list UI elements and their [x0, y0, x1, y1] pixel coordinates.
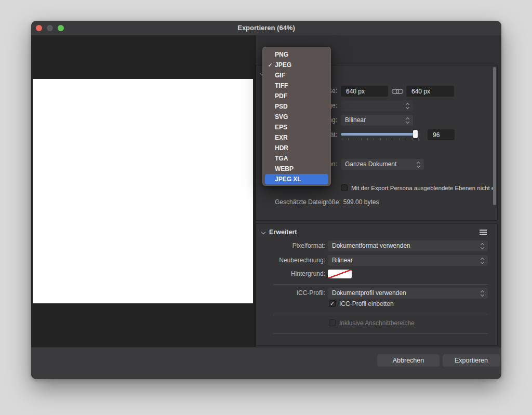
pixel-format-value: Dokumentformat verwenden — [332, 242, 410, 249]
chevron-down-icon — [261, 230, 266, 235]
menu-item-tga[interactable]: TGA — [265, 153, 328, 164]
background-label: Hintergrund: — [256, 269, 325, 279]
adv-resample-label: Neuberechnung: — [256, 255, 325, 266]
area-select[interactable]: Ganzes Dokument — [341, 159, 424, 170]
preview-pane — [31, 35, 256, 347]
advanced-header-label: Erweitert — [269, 229, 297, 236]
check-icon: ✓ — [267, 60, 274, 70]
footer-bar: Abbrechen Exportieren — [31, 347, 501, 379]
advanced-header[interactable]: Erweitert — [261, 229, 297, 236]
background-color-swatch[interactable] — [328, 270, 352, 278]
quality-value-input[interactable] — [428, 129, 455, 140]
icc-profile-label: ICC-Profil: — [256, 288, 325, 299]
hidden-layers-label: Mit der Export Persona ausgeblendete Ebe… — [351, 185, 496, 191]
chevron-up-down-icon — [481, 258, 485, 264]
divider — [273, 315, 488, 315]
preview-canvas — [33, 79, 253, 303]
menu-item-psd[interactable]: PSD — [265, 101, 328, 112]
menu-item-jpeg-xl[interactable]: JPEG XL — [265, 174, 328, 184]
menu-item-gif[interactable]: GIF — [265, 70, 328, 81]
menu-item-jpeg[interactable]: ✓JPEG — [265, 60, 328, 70]
slider-ticks — [342, 138, 419, 140]
chevron-up-down-icon — [481, 243, 485, 249]
icc-embed-checkbox[interactable]: ✓ — [329, 300, 336, 307]
slider-track[interactable] — [341, 133, 420, 136]
hidden-layers-row: Mit der Export Persona ausgeblendete Ebe… — [341, 184, 496, 192]
menu-item-svg[interactable]: SVG — [265, 112, 328, 122]
export-dialog: Exportieren (64%) Größe: Vorlage: — [31, 21, 501, 379]
chevron-up-down-icon — [406, 103, 410, 109]
resample-select[interactable]: Bilinear — [341, 115, 413, 126]
area-value: Ganzes Dokument — [345, 160, 396, 168]
icc-embed-label: ICC-Profil einbetten — [339, 300, 394, 307]
adv-resample-select[interactable]: Bilinear — [328, 255, 488, 266]
menu-item-pdf[interactable]: PDF — [265, 91, 328, 101]
bleed-checkbox — [329, 319, 336, 326]
bleed-label: Inklusive Anschnittbereiche — [339, 319, 415, 327]
menu-item-exr[interactable]: EXR — [265, 132, 328, 143]
panel-menu-icon[interactable] — [480, 230, 487, 231]
menu-item-webp[interactable]: WEBP — [265, 164, 328, 174]
quality-slider[interactable] — [341, 129, 420, 140]
format-dropdown-menu: PNG ✓JPEG GIF TIFF PDF PSD SVG EPS EXR H… — [262, 47, 331, 186]
titlebar[interactable]: Exportieren (64%) — [31, 21, 501, 36]
window-title: Exportieren (64%) — [31, 21, 501, 35]
pixel-format-select[interactable]: Dokumentformat verwenden — [328, 240, 488, 251]
scrollbar-thumb[interactable] — [493, 67, 496, 205]
estimated-size-value: 599.00 bytes — [343, 198, 379, 206]
link-dimensions-icon[interactable] — [391, 86, 404, 97]
advanced-panel: Erweitert Pixelformat: Dokumentformat ve… — [256, 223, 498, 346]
adv-resample-value: Bilinear — [332, 257, 353, 264]
icc-profile-value: Dokumentprofil verwenden — [332, 289, 406, 297]
preset-select[interactable] — [341, 100, 413, 111]
chevron-up-down-icon — [406, 117, 410, 124]
estimated-size: Geschätzte Dateigröße:599.00 bytes — [275, 197, 379, 208]
cancel-button[interactable]: Abbrechen — [377, 354, 440, 367]
hidden-layers-checkbox[interactable] — [341, 184, 348, 191]
width-input[interactable] — [341, 86, 388, 97]
slider-thumb[interactable] — [413, 130, 418, 138]
menu-item-tiff[interactable]: TIFF — [265, 81, 328, 91]
resample-value: Bilinear — [345, 116, 366, 124]
menu-item-eps[interactable]: EPS — [265, 122, 328, 132]
pixel-format-label: Pixelformat: — [256, 240, 325, 251]
chevron-up-down-icon — [481, 290, 485, 297]
export-button[interactable]: Exportieren — [443, 354, 500, 367]
chevron-up-down-icon — [417, 162, 421, 168]
icc-profile-select[interactable]: Dokumentprofil verwenden — [328, 288, 488, 299]
menu-item-png[interactable]: PNG — [265, 49, 328, 60]
divider — [273, 284, 488, 285]
estimated-size-label: Geschätzte Dateigröße: — [275, 198, 341, 206]
height-input[interactable] — [406, 86, 454, 97]
menu-item-hdr[interactable]: HDR — [265, 143, 328, 153]
divider — [273, 333, 488, 334]
